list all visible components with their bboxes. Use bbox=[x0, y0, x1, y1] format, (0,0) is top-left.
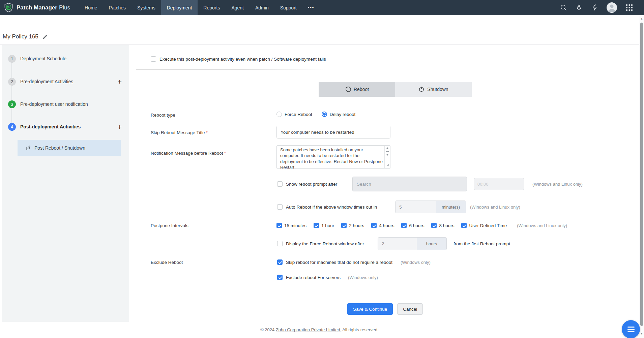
edit-policy-name-icon[interactable] bbox=[42, 34, 48, 39]
search-icon[interactable] bbox=[560, 4, 567, 11]
postpone-user-defined-time[interactable]: User Defined Time bbox=[461, 223, 507, 228]
skip-reboot-no-require-checkbox[interactable] bbox=[277, 259, 283, 265]
step-number-badge: 4 bbox=[8, 123, 16, 131]
copyright-prefix: © 2024 bbox=[260, 327, 276, 332]
form-actions: Save & Continue Cancel bbox=[347, 303, 423, 315]
wizard-sidebar: 1 Deployment Schedule 2 Pre-deployment A… bbox=[2, 45, 129, 322]
app-logo[interactable]: Patch ManagerPlus bbox=[0, 0, 79, 15]
scroll-up-icon[interactable] bbox=[386, 147, 389, 149]
floating-menu-button[interactable] bbox=[622, 320, 640, 338]
nav-deployment[interactable]: Deployment bbox=[161, 0, 198, 15]
reboot-prompt-time-input[interactable] bbox=[474, 178, 524, 190]
postpone-1-hour[interactable]: 1 hour bbox=[314, 223, 334, 228]
postpone-2-hours[interactable]: 2 hours bbox=[341, 223, 364, 228]
force-reboot-suffix-text: from the first Reboot prompt bbox=[453, 241, 510, 246]
force-reboot-window-checkbox[interactable] bbox=[277, 241, 283, 246]
copyright-suffix: All rights reserved. bbox=[341, 327, 379, 332]
step-label[interactable]: Pre-deployment user notification bbox=[20, 101, 88, 107]
hamburger-icon bbox=[627, 327, 635, 328]
platform-note: (Windows and Linux only) bbox=[517, 223, 567, 228]
execute-even-on-fail-row[interactable]: Execute this post-deployment activity ev… bbox=[151, 56, 326, 62]
nav-admin[interactable]: Admin bbox=[250, 0, 274, 15]
step-label[interactable]: Post-deployment Activities bbox=[20, 124, 81, 129]
scroll-down-icon[interactable] bbox=[386, 154, 389, 156]
apps-grid-icon[interactable] bbox=[626, 4, 633, 11]
force-reboot-radio[interactable] bbox=[276, 112, 282, 117]
postpone-8-hours-checkbox[interactable] bbox=[431, 223, 437, 228]
nav-home[interactable]: Home bbox=[79, 0, 103, 15]
page-header: My Policy 165 bbox=[0, 15, 639, 45]
postpone-6-hours-checkbox[interactable] bbox=[401, 223, 407, 228]
sidebar-step-post-deployment-activities[interactable]: 4 Post-deployment Activities + bbox=[2, 123, 129, 131]
platform-note: (Windows only) bbox=[401, 260, 431, 265]
auto-reboot-minutes-input[interactable] bbox=[396, 201, 436, 213]
skip-title-input[interactable] bbox=[276, 126, 390, 139]
required-asterisk: * bbox=[206, 130, 208, 135]
postpone-15-minutes[interactable]: 15 minutes bbox=[276, 223, 306, 228]
nav-patches[interactable]: Patches bbox=[103, 0, 131, 15]
execute-even-on-fail-checkbox[interactable] bbox=[151, 56, 156, 62]
required-asterisk: * bbox=[224, 151, 226, 156]
step-connector-line bbox=[11, 63, 12, 130]
nav-more-button[interactable]: ••• bbox=[302, 0, 320, 15]
nav-agent[interactable]: Agent bbox=[226, 0, 250, 15]
postpone-4-hours[interactable]: 4 hours bbox=[371, 223, 394, 228]
postpone-2-hours-checkbox[interactable] bbox=[341, 223, 347, 228]
zoho-link[interactable]: Zoho Corporation Private Limited. bbox=[276, 327, 341, 332]
scroll-thumb[interactable] bbox=[386, 151, 389, 152]
step-label[interactable]: Deployment Schedule bbox=[20, 56, 66, 61]
sidebar-step-deployment-schedule[interactable]: 1 Deployment Schedule bbox=[2, 55, 129, 63]
navbar-actions bbox=[560, 0, 644, 15]
postpone-8-hours[interactable]: 8 hours bbox=[431, 223, 454, 228]
nav-systems[interactable]: Systems bbox=[131, 0, 161, 15]
postpone-4-hours-checkbox[interactable] bbox=[371, 223, 377, 228]
show-reboot-prompt-row[interactable]: Show reboot prompt after bbox=[277, 181, 337, 187]
add-icon[interactable]: + bbox=[118, 123, 122, 130]
sidebar-item-post-reboot-shutdown[interactable]: Post Reboot / Shutdown bbox=[18, 140, 121, 156]
resize-handle-icon[interactable] bbox=[386, 162, 389, 168]
user-avatar[interactable] bbox=[607, 2, 617, 13]
tab-shutdown-label: Shutdown bbox=[427, 87, 448, 92]
show-reboot-prompt-checkbox[interactable] bbox=[277, 181, 283, 187]
notification-message-textarea[interactable]: Some patches have been installed on your… bbox=[276, 145, 390, 169]
reboot-type-radio-group: Force Reboot Delay reboot bbox=[276, 112, 355, 117]
section-divider bbox=[136, 69, 325, 70]
auto-reboot-row[interactable]: Auto Reboot if the above window times ou… bbox=[277, 204, 377, 210]
force-reboot-window-row[interactable]: Display the Force Reboot window after bbox=[277, 241, 364, 246]
force-reboot-hours-input[interactable] bbox=[378, 238, 417, 250]
exclude-reboot-servers-checkbox[interactable] bbox=[277, 275, 283, 280]
reboot-prompt-search-input[interactable] bbox=[352, 177, 467, 191]
brand-name: Patch ManagerPlus bbox=[17, 4, 70, 11]
sub-item-label[interactable]: Post Reboot / Shutdown bbox=[34, 145, 85, 151]
execute-even-on-fail-label: Execute this post-deployment activity ev… bbox=[159, 57, 326, 62]
scroll-down-icon[interactable]: ▼ bbox=[639, 332, 644, 335]
nav-reports[interactable]: Reports bbox=[198, 0, 226, 15]
step-label[interactable]: Pre-deployment Activities bbox=[20, 79, 73, 84]
post-reboot-form: Execute this post-deployment activity ev… bbox=[129, 45, 639, 322]
postpone-15-minutes-checkbox[interactable] bbox=[276, 223, 282, 228]
add-icon[interactable]: + bbox=[118, 78, 122, 85]
quick-actions-bolt-icon[interactable] bbox=[591, 4, 598, 11]
reboot-icon bbox=[345, 86, 351, 92]
scrollbar-thumb[interactable] bbox=[640, 23, 643, 326]
delay-reboot-radio[interactable] bbox=[322, 112, 327, 117]
whats-new-rocket-icon[interactable] bbox=[576, 4, 582, 11]
page-scrollbar[interactable]: ▲ ▼ bbox=[639, 15, 644, 338]
save-continue-button[interactable]: Save & Continue bbox=[347, 303, 393, 315]
notification-message-label: Notification Message before Reboot* bbox=[151, 151, 226, 156]
cancel-button[interactable]: Cancel bbox=[397, 303, 423, 315]
postpone-user-defined-checkbox[interactable] bbox=[461, 223, 467, 228]
auto-reboot-checkbox[interactable] bbox=[277, 204, 283, 210]
tab-reboot[interactable]: Reboot bbox=[319, 82, 395, 97]
delay-reboot-option[interactable]: Delay reboot bbox=[322, 112, 356, 117]
skip-reboot-no-require-row[interactable]: Skip reboot for machines that do not req… bbox=[277, 259, 431, 265]
nav-support[interactable]: Support bbox=[274, 0, 302, 15]
postpone-6-hours[interactable]: 6 hours bbox=[401, 223, 424, 228]
sidebar-step-pre-deployment-activities[interactable]: 2 Pre-deployment Activities + bbox=[2, 78, 129, 86]
tab-shutdown[interactable]: Shutdown bbox=[395, 82, 472, 97]
scroll-up-icon[interactable]: ▲ bbox=[639, 17, 644, 20]
sidebar-step-pre-deployment-user-notification[interactable]: 3 Pre-deployment user notification bbox=[2, 100, 129, 108]
exclude-reboot-servers-row[interactable]: Exclude reboot For servers (Windows only… bbox=[277, 275, 378, 280]
force-reboot-option[interactable]: Force Reboot bbox=[276, 112, 312, 117]
postpone-1-hour-checkbox[interactable] bbox=[314, 223, 319, 228]
